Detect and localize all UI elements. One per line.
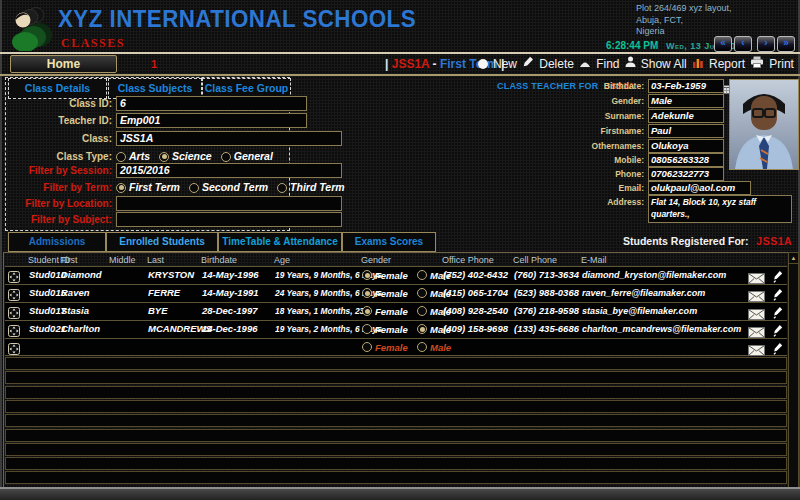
print-button[interactable]: Print: [750, 56, 794, 71]
find-icon: [579, 57, 591, 71]
radio-option-general[interactable]: General: [221, 149, 273, 164]
gender-female-radio[interactable]: Female: [362, 285, 408, 301]
last-record-button[interactable]: »: [777, 36, 795, 52]
cell-birthdate[interactable]: 14-May-1991: [202, 285, 259, 301]
cell-office-phone[interactable]: (409) 158-9698: [443, 321, 508, 337]
filter-subject-input[interactable]: [116, 212, 342, 227]
tab-enrolled-students[interactable]: Enrolled Students: [106, 232, 218, 252]
cell-last-name[interactable]: KRYSTON: [148, 267, 194, 283]
table-row[interactable]: Stud015 Raven FERRE 14-May-1991 24 Years…: [5, 284, 787, 303]
cell-cell-phone[interactable]: (133) 435-6686: [514, 321, 579, 337]
tab-timetable-attendance[interactable]: TimeTable & Attendance: [218, 232, 342, 252]
radio-icon[interactable]: [189, 183, 199, 193]
find-button[interactable]: Find: [579, 57, 619, 71]
radio-option-first-term[interactable]: First Term: [116, 180, 180, 195]
report-button[interactable]: Report: [692, 56, 745, 71]
cell-office-phone[interactable]: (752) 402-6432: [443, 267, 508, 283]
cell-first-name[interactable]: Charlton: [61, 321, 100, 337]
radio-icon[interactable]: [362, 324, 372, 334]
gender-female-radio[interactable]: Female: [362, 339, 408, 355]
filter-location-input[interactable]: [116, 196, 342, 211]
cell-cell-phone[interactable]: (376) 218-9598: [514, 303, 579, 319]
new-record-row[interactable]: Female Male: [5, 338, 787, 356]
home-button[interactable]: Home: [10, 55, 117, 73]
scroll-up-icon[interactable]: ▲: [789, 253, 798, 264]
first-record-button[interactable]: «: [714, 36, 732, 52]
radio-option-arts[interactable]: Arts: [116, 149, 150, 164]
radio-icon[interactable]: [362, 306, 372, 316]
radio-icon[interactable]: [362, 288, 372, 298]
radio-icon[interactable]: [362, 270, 372, 280]
teacher-gender-input[interactable]: Male: [648, 94, 724, 108]
gender-female-radio[interactable]: Female: [362, 267, 408, 283]
cell-email[interactable]: charlton_mcandrews@filemaker.com: [582, 321, 741, 337]
cell-last-name[interactable]: BYE: [148, 303, 168, 319]
table-row[interactable]: Stud021 Charlton MCANDREWS 14-Dec-1996 1…: [5, 320, 787, 339]
class-id-input[interactable]: 6: [116, 96, 307, 111]
radio-icon[interactable]: [417, 306, 427, 316]
cell-cell-phone[interactable]: (523) 988-0368: [514, 285, 579, 301]
teacher-id-input[interactable]: Emp001: [116, 113, 307, 128]
cell-office-phone[interactable]: (415) 065-1704: [443, 285, 508, 301]
report-button-label: Report: [709, 57, 745, 71]
cell-birthdate[interactable]: 14-Dec-1996: [202, 321, 257, 337]
table-row[interactable]: Stud017 Stasia BYE 28-Dec-1997 18 Years,…: [5, 302, 787, 321]
mobile-input[interactable]: 08056263328: [648, 153, 724, 167]
edit-record-icon[interactable]: [773, 341, 783, 359]
clock-time: 6:28:44 PM: [606, 40, 658, 51]
filter-session-input[interactable]: 2015/2016: [116, 163, 342, 178]
toolbar-actions: New Delete Find Show All Report Print: [478, 56, 794, 71]
empty-table-row: [5, 357, 787, 370]
cell-birthdate[interactable]: 28-Dec-1997: [202, 303, 257, 319]
previous-record-button[interactable]: ‹: [734, 36, 752, 52]
cell-first-name[interactable]: Stasia: [61, 303, 89, 319]
cell-first-name[interactable]: Raven: [61, 285, 90, 301]
radio-icon[interactable]: [417, 342, 427, 352]
school-logo-icon: [5, 1, 55, 51]
cell-email[interactable]: diamond_kryston@filemaker.com: [582, 267, 726, 283]
send-email-icon[interactable]: [748, 342, 765, 360]
drag-handle-icon[interactable]: [8, 341, 20, 359]
cell-email[interactable]: stasia_bye@filemaker.com: [582, 303, 697, 319]
radio-icon[interactable]: [159, 152, 169, 162]
radio-icon[interactable]: [417, 270, 427, 280]
cell-last-name[interactable]: FERRE: [148, 285, 180, 301]
address-input[interactable]: Flat 14, Block 10, xyz staff quarters., …: [648, 195, 792, 223]
surname-label: Surname:: [560, 109, 644, 123]
gender-male-radio[interactable]: Male: [417, 339, 451, 355]
cell-birthdate[interactable]: 14-May-1996: [202, 267, 259, 283]
teacher-photo[interactable]: [729, 79, 799, 170]
email-input[interactable]: olukpaul@aol.com: [648, 181, 751, 195]
class-input[interactable]: JSS1A: [116, 131, 342, 146]
cell-office-phone[interactable]: (408) 928-2540: [443, 303, 508, 319]
new-button[interactable]: New: [478, 57, 517, 71]
radio-option-second-term[interactable]: Second Term: [189, 180, 268, 195]
birthdate-input[interactable]: 03-Feb-1959: [648, 79, 724, 93]
show-all-button[interactable]: Show All: [625, 56, 687, 71]
radio-icon[interactable]: [116, 152, 126, 162]
radio-icon[interactable]: [116, 183, 126, 193]
radio-icon[interactable]: [362, 342, 372, 352]
radio-option-third-term[interactable]: Third Term: [277, 180, 344, 195]
table-scrollbar[interactable]: ▲: [788, 252, 799, 488]
radio-icon[interactable]: [277, 183, 287, 193]
table-row[interactable]: Stud010 Diamond KRYSTON 14-May-1996 19 Y…: [5, 266, 787, 285]
radio-icon[interactable]: [417, 288, 427, 298]
radio-icon[interactable]: [221, 152, 231, 162]
phone-input[interactable]: 07062322773: [648, 167, 724, 181]
gender-female-radio[interactable]: Female: [362, 321, 408, 337]
firstname-input[interactable]: Paul: [648, 124, 724, 138]
tab-exams-scores[interactable]: Exams Scores: [342, 232, 436, 252]
cell-first-name[interactable]: Diamond: [61, 267, 102, 283]
surname-input[interactable]: Adekunle: [648, 109, 724, 123]
othernames-input[interactable]: Olukoya: [648, 139, 724, 153]
tab-admissions[interactable]: Admissions: [8, 232, 106, 252]
delete-button[interactable]: Delete: [522, 56, 574, 71]
cell-cell-phone[interactable]: (760) 713-3634: [514, 267, 579, 283]
filter-term-label: Filter by Term:: [0, 180, 112, 195]
radio-icon[interactable]: [417, 324, 427, 334]
next-record-button[interactable]: ›: [757, 36, 775, 52]
gender-female-radio[interactable]: Female: [362, 303, 408, 319]
radio-option-science[interactable]: Science: [159, 149, 212, 164]
cell-email[interactable]: raven_ferre@fileamaker.com: [582, 285, 705, 301]
